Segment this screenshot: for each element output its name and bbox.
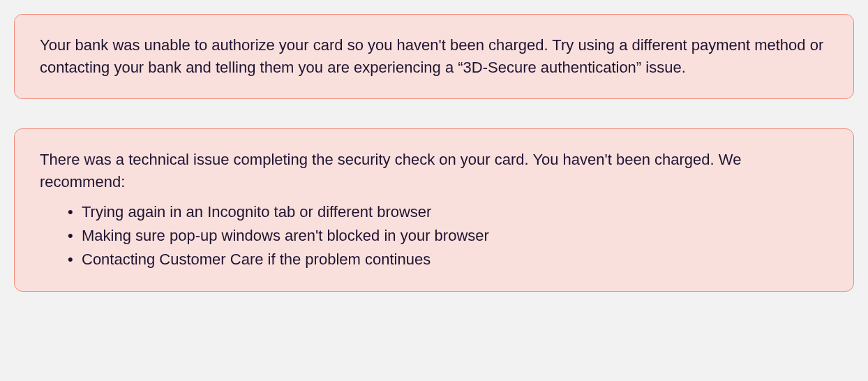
list-item: Making sure pop-up windows aren't blocke… [68, 224, 828, 248]
alert-message: There was a technical issue completing t… [40, 149, 828, 193]
list-item: Contacting Customer Care if the problem … [68, 248, 828, 271]
list-item: Trying again in an Incognito tab or diff… [68, 200, 828, 224]
alert-recommendations-list: Trying again in an Incognito tab or diff… [40, 200, 828, 271]
alert-bank-authorization: Your bank was unable to authorize your c… [14, 14, 854, 99]
alert-technical-issue: There was a technical issue completing t… [14, 128, 854, 292]
alert-message: Your bank was unable to authorize your c… [40, 34, 828, 79]
